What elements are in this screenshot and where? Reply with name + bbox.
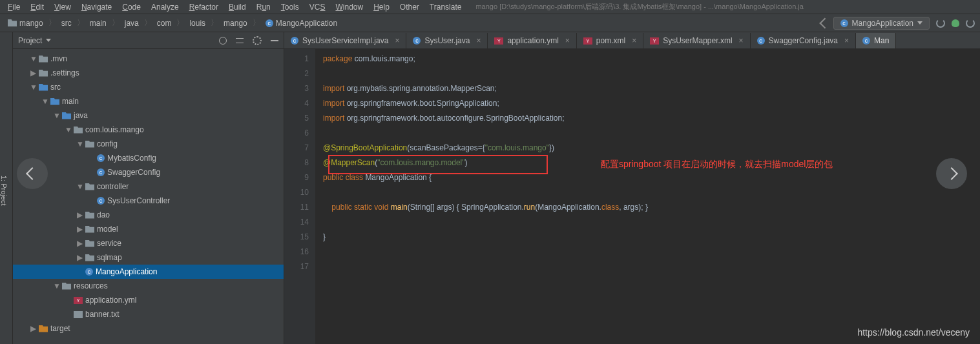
menu-refactor[interactable]: Refactor [185,1,222,13]
breadcrumb-item[interactable]: mango [221,17,250,29]
editor-tab[interactable]: YSysUserMapper.xml× [643,33,750,48]
tree-node[interactable]: ▼.mvn [13,52,284,66]
close-icon[interactable]: × [632,36,636,45]
editor-area: cSysUserServiceImpl.java×cSysUser.java×Y… [284,32,980,344]
tree-node[interactable]: ▼java [13,108,284,123]
gear-icon[interactable] [253,36,262,45]
editor-tab[interactable]: Yapplication.yml× [488,33,576,48]
tree-node[interactable]: cMybatisConfig [13,151,284,165]
collapse-all-icon[interactable] [236,38,244,43]
menu-vcs[interactable]: VCS [306,1,329,13]
watermark: https://blog.csdn.net/veceny [857,327,970,338]
tree-node[interactable]: ▶sqlmap [13,250,284,265]
window-title: mango [D:\studys\mango-platform\后端源码\3. … [475,2,803,12]
menu-edit[interactable]: Edit [26,1,48,13]
close-icon[interactable]: × [739,36,744,45]
tree-node[interactable]: ▼controller [13,179,284,194]
class-icon: c [840,19,848,27]
menu-analyze[interactable]: Analyze [147,1,183,13]
tree-node[interactable]: ▼src [13,80,284,94]
breadcrumb-item[interactable]: src [59,17,74,29]
menu-file[interactable]: File [4,1,24,13]
tree-node[interactable]: cSwaggerConfig [13,165,284,179]
chevron-right-icon [945,167,958,180]
debug-icon[interactable] [952,19,959,27]
tree-node[interactable]: ▶.settings [13,66,284,80]
run-config-dropdown[interactable]: c MangoApplication [833,17,930,30]
nav-bar: mango〉src〉main〉java〉com〉louis〉mango〉cMan… [0,14,980,32]
close-icon[interactable]: × [476,36,481,45]
tree-node[interactable]: ▶target [13,321,284,336]
tree-node[interactable]: ▶service [13,236,284,250]
coverage-icon[interactable] [966,19,975,28]
menu-help[interactable]: Help [370,1,393,13]
tree-node[interactable]: Yapplication.yml [13,293,284,307]
editor-tab[interactable]: Ypom.xml× [577,33,643,48]
tree-node[interactable]: cMangoApplication [13,265,284,279]
editor-tab[interactable]: cSysUserServiceImpl.java× [284,33,406,48]
code-content[interactable]: package com.louis.mango; import org.myba… [315,49,980,344]
carousel-next[interactable] [936,158,967,189]
tree-node[interactable]: ▼resources [13,279,284,293]
nav-back-icon[interactable] [819,17,830,28]
breadcrumb-item[interactable]: mango [5,17,46,29]
breadcrumb-item[interactable]: main [87,17,109,29]
menu-translate[interactable]: Translate [426,1,466,13]
editor-tab[interactable]: cMan [856,33,896,48]
close-icon[interactable]: × [565,36,570,45]
breadcrumb: mango〉src〉main〉java〉com〉louis〉mango〉cMan… [5,17,340,29]
annotation-text: 配置springboot 项目在启动的时候，就去扫描model层的包 [601,159,833,170]
tree-node[interactable]: ▼main [13,94,284,108]
editor-tabs: cSysUserServiceImpl.java×cSysUser.java×Y… [284,32,980,49]
tree-node[interactable]: cSysUserController [13,194,284,208]
chevron-left-icon [26,167,39,180]
project-tree[interactable]: ▼.mvn▶.settings▼src▼main▼java▼com.louis.… [13,49,284,344]
breadcrumb-item[interactable]: louis [187,17,208,29]
menu-run[interactable]: Run [253,1,275,13]
editor-tab[interactable]: cSysUser.java× [406,33,488,48]
tree-node[interactable]: ▶dao [13,208,284,222]
menu-code[interactable]: Code [118,1,145,13]
tree-node[interactable]: banner.txt [13,307,284,321]
sync-icon[interactable] [936,19,945,28]
gutter: 123456789101114151617 [284,49,315,344]
menu-window[interactable]: Window [331,1,367,13]
minimize-icon[interactable] [271,40,278,41]
breadcrumb-item[interactable]: cMangoApplication [263,17,340,29]
menu-tools[interactable]: Tools [277,1,303,13]
carousel-prev[interactable] [17,158,48,189]
locate-icon[interactable] [219,37,227,45]
tree-node[interactable]: ▼com.louis.mango [13,123,284,137]
breadcrumb-item[interactable]: com [154,17,174,29]
chevron-down-icon [917,21,923,25]
breadcrumb-item[interactable]: java [122,17,141,29]
close-icon[interactable]: × [395,36,399,45]
project-tool-tab[interactable]: 1: Project [0,32,13,344]
menu-other[interactable]: Other [396,1,423,13]
chevron-down-icon [46,39,51,42]
menu-view[interactable]: View [50,1,75,13]
editor-tab[interactable]: cSwaggerConfig.java× [751,33,856,48]
project-view-label[interactable]: Project [18,36,42,45]
tree-node[interactable]: ▶model [13,222,284,236]
run-config-label: MangoApplication [852,19,913,28]
menu-bar: File Edit View Navigate Code Analyze Ref… [0,0,980,14]
tree-node[interactable]: ▼config [13,137,284,151]
project-panel: Project ▼.mvn▶.settings▼src▼main▼java▼co… [13,32,284,344]
menu-build[interactable]: Build [225,1,250,13]
menu-navigate[interactable]: Navigate [78,1,116,13]
close-icon[interactable]: × [844,36,849,45]
